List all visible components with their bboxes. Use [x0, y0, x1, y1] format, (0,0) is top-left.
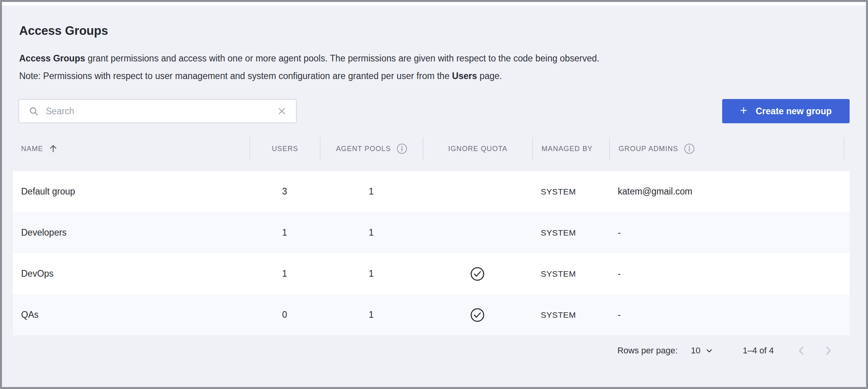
note-bold: Users [452, 71, 477, 81]
cell-users-count: 1 [249, 212, 320, 253]
table-row[interactable]: Developers 1 1 SYSTEM - [13, 212, 850, 253]
check-circle-icon [470, 267, 485, 281]
column-header-ignore-quota[interactable]: IGNORE QUOTA [423, 137, 532, 160]
cell-agent-pools-count: 1 [320, 253, 423, 294]
check-circle-icon [470, 308, 485, 322]
top-strip [2, 2, 866, 5]
sort-ascending-icon [48, 144, 58, 153]
column-header-agent-pools[interactable]: AGENT POOLS [320, 137, 423, 160]
cell-ignore-quota [423, 294, 532, 335]
cell-group-admins: katem@gmail.com [609, 171, 844, 212]
table-row[interactable]: QAs 0 1 SYSTEM - [13, 294, 850, 335]
previous-page-button[interactable] [796, 345, 807, 357]
cell-managed-by: SYSTEM [532, 294, 609, 335]
chevron-down-icon [705, 346, 714, 355]
plus-icon: + [740, 104, 747, 117]
cell-group-admins: - [609, 253, 844, 294]
cell-actions [844, 171, 850, 212]
search-icon [29, 106, 39, 116]
note-prefix: Note: Permissions with respect to user m… [19, 71, 452, 81]
column-header-users[interactable]: USERS [249, 137, 320, 160]
note-suffix: page. [477, 71, 502, 81]
pagination-bar: Rows per page: 10 1–4 of 4 [2, 345, 866, 357]
cell-group-admins: - [609, 294, 844, 335]
cell-agent-pools-count: 1 [320, 171, 423, 212]
description-bold: Access Groups [19, 53, 85, 63]
table-row[interactable]: DevOps 1 1 SYSTEM - [13, 253, 850, 294]
cell-agent-pools-count: 1 [320, 294, 423, 335]
pagination-range: 1–4 of 4 [742, 346, 774, 356]
cell-actions [844, 253, 850, 294]
cell-managed-by: SYSTEM [532, 253, 609, 294]
table-header: NAME USERS AGENT POOLS [13, 137, 850, 160]
column-header-ignore-quota-label: IGNORE QUOTA [448, 145, 508, 153]
cell-users-count: 0 [249, 294, 320, 335]
cell-managed-by: SYSTEM [532, 212, 609, 253]
search-box[interactable] [18, 99, 297, 123]
table-row[interactable]: Default group 3 1 SYSTEM katem@gmail.com [13, 171, 850, 212]
cell-actions [844, 294, 850, 335]
cell-users-count: 1 [249, 253, 320, 294]
column-header-group-admins[interactable]: GROUP ADMINS [609, 137, 844, 160]
group-admins-info-icon[interactable] [684, 143, 695, 154]
search-input[interactable] [46, 106, 270, 117]
cell-group-admins: - [609, 212, 844, 253]
toolbar: + Create new group [18, 99, 850, 123]
create-new-group-label: Create new group [756, 106, 832, 117]
page-note: Note: Permissions with respect to user m… [19, 70, 849, 82]
column-header-name-label: NAME [21, 145, 43, 153]
table-body: Default group 3 1 SYSTEM katem@gmail.com… [13, 171, 850, 335]
cell-group-name: DevOps [13, 253, 249, 294]
description-text: grant permissions and access with one or… [85, 53, 599, 63]
access-groups-table: NAME USERS AGENT POOLS [13, 137, 850, 335]
cell-ignore-quota [423, 171, 532, 212]
cell-managed-by: SYSTEM [532, 171, 609, 212]
search-clear-icon[interactable] [277, 106, 287, 116]
cell-ignore-quota [423, 253, 532, 294]
rows-per-page-label: Rows per page: [617, 346, 678, 356]
page-description: Access Groups grant permissions and acce… [19, 52, 849, 65]
column-header-actions [844, 137, 850, 160]
cell-group-name: Developers [13, 212, 249, 253]
rows-per-page-value: 10 [691, 346, 700, 356]
page-title: Access Groups [19, 24, 849, 38]
access-groups-page: Access Groups Access Groups grant permis… [0, 0, 868, 389]
next-page-button[interactable] [822, 345, 834, 357]
column-header-name[interactable]: NAME [13, 137, 249, 160]
cell-group-name: QAs [13, 294, 249, 335]
column-header-agent-pools-label: AGENT POOLS [336, 145, 391, 153]
cell-users-count: 3 [249, 171, 320, 212]
cell-ignore-quota [423, 212, 532, 253]
cell-actions [844, 212, 850, 253]
cell-group-name: Default group [13, 171, 249, 212]
pagination-nav [796, 345, 834, 357]
rows-per-page-select[interactable]: 10 [691, 346, 714, 356]
column-header-group-admins-label: GROUP ADMINS [619, 145, 678, 153]
cell-agent-pools-count: 1 [320, 212, 423, 253]
column-header-users-label: USERS [272, 145, 298, 153]
column-header-managed-by[interactable]: MANAGED BY [532, 137, 609, 160]
column-header-managed-by-label: MANAGED BY [542, 145, 593, 153]
create-new-group-button[interactable]: + Create new group [722, 99, 850, 123]
agent-pools-info-icon[interactable] [396, 143, 407, 154]
